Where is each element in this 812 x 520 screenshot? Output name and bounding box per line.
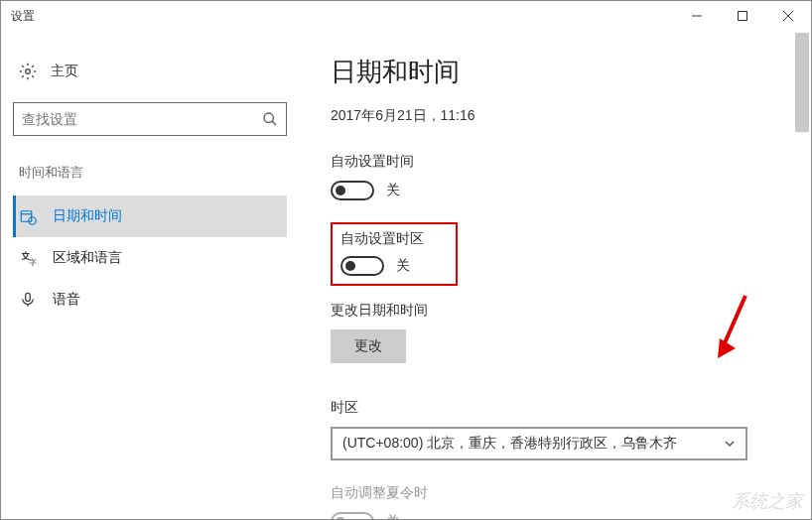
home-link[interactable]: 主页 <box>13 55 287 88</box>
svg-point-4 <box>26 69 31 74</box>
svg-line-6 <box>272 121 276 125</box>
highlight-box: 自动设置时区 关 <box>331 222 458 286</box>
svg-text:字: 字 <box>29 258 37 267</box>
timezone-select[interactable]: (UTC+08:00) 北京，重庆，香港特别行政区，乌鲁木齐 <box>331 427 747 460</box>
search-icon <box>262 111 278 127</box>
search-input[interactable] <box>22 111 262 127</box>
search-box[interactable] <box>13 102 287 136</box>
auto-tz-label: 自动设置时区 <box>340 230 448 248</box>
auto-tz-toggle-row: 关 <box>340 256 448 276</box>
sidebar: 主页 时间和语言 日期和时间 字 区域和语言 语音 <box>1 31 299 519</box>
chevron-down-icon <box>724 438 736 450</box>
minimize-button[interactable] <box>674 1 720 31</box>
auto-time-toggle-row: 关 <box>331 181 791 200</box>
svg-point-5 <box>264 113 273 122</box>
titlebar: 设置 <box>1 1 811 31</box>
svg-point-9 <box>29 217 37 225</box>
auto-tz-state: 关 <box>396 257 410 275</box>
close-button[interactable] <box>765 1 811 31</box>
timezone-heading: 时区 <box>331 399 791 417</box>
toggle-knob <box>345 261 355 271</box>
dst-toggle-row: 关 <box>331 512 791 519</box>
auto-time-toggle[interactable] <box>331 181 374 200</box>
svg-rect-11 <box>26 293 31 301</box>
dst-toggle <box>331 512 374 519</box>
change-datetime-label: 更改日期和时间 <box>331 302 791 320</box>
scrollbar-thumb[interactable] <box>795 33 809 132</box>
toggle-knob <box>336 186 345 195</box>
page-heading: 日期和时间 <box>331 55 791 89</box>
nav-item-region[interactable]: 字 区域和语言 <box>13 237 287 279</box>
microphone-icon <box>19 291 37 309</box>
current-datetime: 2017年6月21日，11:16 <box>331 107 791 125</box>
dst-label: 自动调整夏令时 <box>331 484 791 502</box>
change-button[interactable]: 更改 <box>331 329 406 363</box>
nav-item-label: 日期和时间 <box>53 207 122 225</box>
timezone-value: (UTC+08:00) 北京，重庆，香港特别行政区，乌鲁木齐 <box>342 435 677 453</box>
language-icon: 字 <box>19 249 37 267</box>
gear-icon <box>19 63 37 80</box>
nav-item-label: 区域和语言 <box>53 249 122 267</box>
nav-item-datetime[interactable]: 日期和时间 <box>13 195 287 237</box>
auto-time-label: 自动设置时间 <box>331 153 791 171</box>
svg-rect-7 <box>21 211 32 222</box>
home-label: 主页 <box>51 63 78 80</box>
svg-marker-13 <box>718 338 736 358</box>
maximize-button[interactable] <box>720 1 765 31</box>
auto-tz-toggle[interactable] <box>340 256 384 276</box>
toggle-knob <box>336 517 345 519</box>
main-panel: 日期和时间 2017年6月21日，11:16 自动设置时间 关 自动设置时区 关… <box>299 31 811 519</box>
auto-time-state: 关 <box>386 182 400 199</box>
nav-item-speech[interactable]: 语音 <box>13 279 287 321</box>
window-title: 设置 <box>11 8 35 25</box>
window-controls <box>674 1 811 31</box>
dst-state: 关 <box>386 513 400 519</box>
nav-item-label: 语音 <box>53 291 80 309</box>
calendar-globe-icon <box>19 207 37 225</box>
section-label: 时间和语言 <box>13 164 287 182</box>
svg-rect-1 <box>739 12 747 21</box>
